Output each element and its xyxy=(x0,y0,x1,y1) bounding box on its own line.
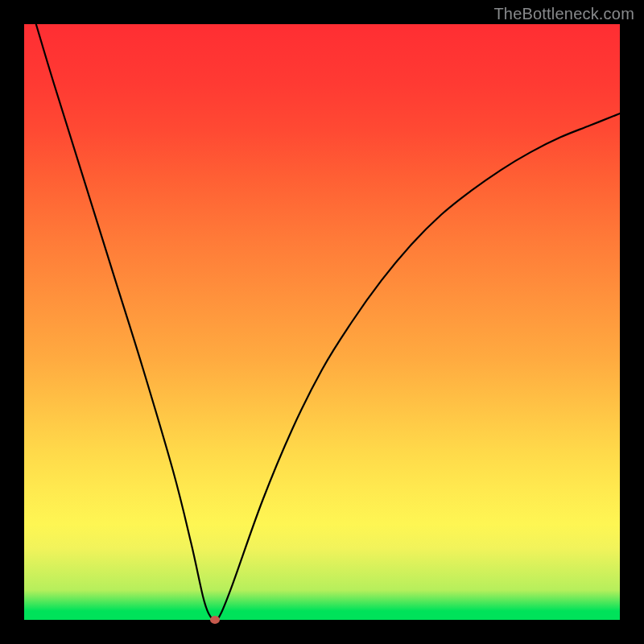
chart-frame: TheBottleneck.com xyxy=(0,0,644,644)
bottleneck-curve xyxy=(24,24,620,620)
minimum-marker xyxy=(210,616,220,624)
attribution-text: TheBottleneck.com xyxy=(493,5,634,23)
plot-area xyxy=(24,24,620,620)
